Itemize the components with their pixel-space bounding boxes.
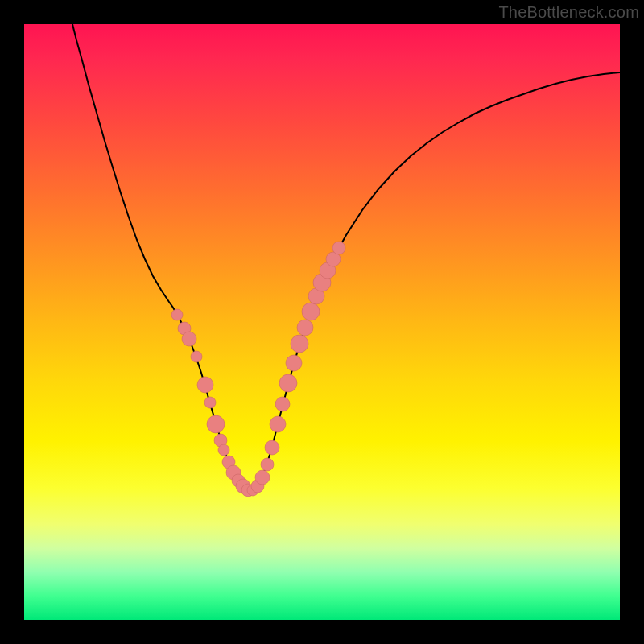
data-point (197, 377, 213, 393)
data-point (204, 397, 216, 408)
data-point (171, 309, 183, 320)
data-point (270, 416, 286, 432)
data-point (297, 320, 313, 336)
data-point (302, 303, 320, 320)
data-point (279, 374, 297, 392)
data-point (207, 415, 225, 433)
chart-frame (24, 24, 620, 620)
data-points-group (171, 242, 345, 497)
data-point (332, 242, 345, 254)
data-point (191, 351, 202, 362)
data-point (286, 355, 302, 371)
watermark-text: TheBottleneck.com (498, 3, 639, 22)
data-point (218, 444, 229, 456)
data-point (291, 335, 308, 353)
data-point (275, 397, 290, 411)
bottleneck-curve (72, 24, 620, 491)
data-point (265, 440, 279, 455)
data-point (182, 332, 196, 346)
data-point (261, 458, 274, 471)
data-point (255, 470, 270, 485)
plot-svg (24, 24, 620, 620)
